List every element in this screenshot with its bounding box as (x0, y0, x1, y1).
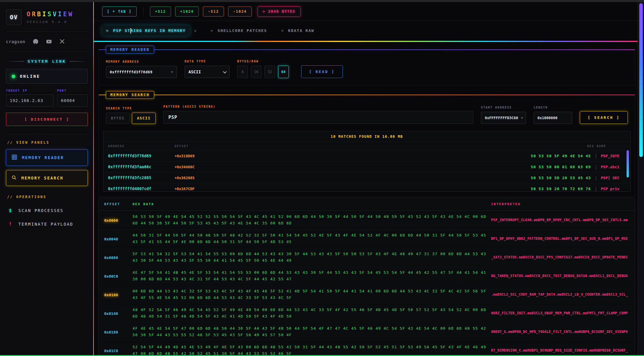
page-scrollbar-thumb[interactable] (639, 3, 643, 157)
app-version: VERSION 0.4.0 (27, 20, 74, 24)
search-type-ascii-button[interactable]: ASCII (132, 113, 156, 124)
sidebar-item-label: MEMORY READER (22, 155, 64, 160)
match-offset: +0x3A7CDF (175, 187, 213, 191)
hexdump-column-header: HEX DUMP (587, 145, 606, 148)
op-label: TERMINATE PAYLOAD (18, 222, 73, 226)
results-summary: 10 MATCHES FOUND IN 16.00 MB (103, 131, 630, 142)
tab-shellcore-patches[interactable]: > SHELLCORE PATCHES (211, 28, 267, 33)
divider (6, 32, 88, 32)
interpreted-text: .mmDSCL2_SCL_COEF_RAM_TAP_DATA.mmDSCL2_L… (491, 292, 630, 297)
hex-bytes-line: 50 53 50 5F 49 4E 54 45 52 52 55 50 54 5… (133, 213, 491, 220)
match-hex: 50 53 50 00 61 68 63 69 (531, 165, 591, 169)
github-icon[interactable] (33, 38, 39, 45)
sidebar-item-label: MEMORY SEARCH (21, 176, 63, 180)
row-offset: 0x0000 (104, 218, 118, 223)
tab-bar: > PSP STRING REFS IN MEMORY × > SHELLCOR… (94, 21, 637, 39)
bytes-2048-button[interactable]: > 2048 BYTES (258, 7, 301, 17)
length-input[interactable]: 0x1000000 (534, 112, 572, 124)
bytes-8-button[interactable]: 8 (237, 66, 248, 78)
match-offset: +0x362085 (175, 176, 213, 180)
data-type-select[interactable]: ASCII (185, 66, 230, 78)
scan-processes-button[interactable]: $ SCAN PROCESSES (6, 204, 88, 217)
interpreted-text: HORZ_FILTER_INIT.mmDSCL3_OBUF_MEM_PWR_CT… (491, 311, 630, 315)
memory-address-label: MEMORY ADDRESS (106, 60, 177, 63)
hex-bytes-line: 50 30 5F 44 43 53 55 52 46 5F 53 45 43 5… (133, 332, 491, 338)
match-row[interactable]: 0xffffffffd3faa66c +0x34A66C 50 53 50 00… (103, 161, 630, 172)
add-tab-button[interactable]: [ + TAB ] (102, 7, 137, 17)
match-row[interactable]: 0xffffffffd3f78d69 +0x318D69 50 53 50 5F… (103, 150, 630, 161)
view-panels-header: // VIEW PANELS (7, 140, 88, 145)
bytes-64-button[interactable]: 64 (278, 66, 289, 78)
dropdown-arrow-icon[interactable]: ▼ (521, 116, 523, 119)
dropdown-arrow-icon[interactable]: ▼ (171, 70, 173, 74)
hexdata-column-header: HEX DATA (133, 202, 491, 206)
hex-bytes-line: 30 00 6D 6D 44 53 43 4C 31 5F 44 53 43 4… (133, 276, 491, 282)
hex-bytes-line: 52 54 5F 44 49 4D 45 4E 53 49 4F 4E 5F 4… (133, 344, 491, 350)
hex-bytes-line: 6D 44 50 30 5F 44 50 5F 53 45 43 5F 43 4… (133, 220, 491, 226)
divider (6, 51, 88, 51)
data-type-label: DATA TYPE (185, 60, 230, 63)
port-field[interactable]: 60004 (57, 94, 88, 107)
match-ascii: PSP.ahci (601, 165, 626, 169)
plus-512-button[interactable]: +512 (150, 7, 171, 17)
start-address-input[interactable]: 0xFFFFFFFFD3C60 ▼ (481, 112, 526, 124)
online-status-dot (12, 75, 15, 78)
hex-viewer-column-headers: OFFSET HEX DATA INTERPRETED (99, 198, 635, 211)
hex-viewer: OFFSET HEX DATA INTERPRETED 0x0000 50 53… (99, 198, 635, 356)
status-label: ONLINE (20, 74, 40, 79)
sidebar-item-memory-search[interactable]: MEMORY SEARCH (6, 170, 88, 186)
interpreted-text: RT_DIMENSION_C.mmHUBP1_DCHUBP_REQ_SIZE_C… (491, 348, 630, 353)
separator: | (594, 153, 597, 159)
read-button[interactable]: [ READ ] (301, 65, 343, 78)
search-type-bytes-button[interactable]: BYTES (106, 113, 130, 124)
tab-kdata-raw[interactable]: > KDATA RAW (281, 28, 314, 33)
bytes-32-button[interactable]: 32 (264, 66, 275, 78)
hex-bytes-line: 6D 46 4D 54 31 5F 46 4D 54 5F 43 4C 41 4… (133, 313, 491, 320)
tab-arrow-icon: > (211, 29, 213, 33)
page-scrollbar[interactable] (637, 2, 644, 356)
minus-512-button[interactable]: -512 (203, 7, 224, 17)
terminate-payload-button[interactable]: ! TERMINATE PAYLOAD (6, 217, 88, 231)
exclamation-icon: ! (8, 221, 13, 227)
chevron-down-icon (223, 69, 227, 73)
system-link-header: SYSTEM LINK (6, 59, 88, 64)
target-ip-field[interactable]: 192.168.2.63 (6, 94, 54, 107)
sidebar-item-memory-reader[interactable]: MEMORY READER (6, 149, 88, 166)
window-chrome-strip (0, 0, 644, 2)
panel-title: MEMORY READER (106, 46, 154, 54)
close-tab-icon[interactable]: × (194, 28, 196, 33)
bytes-16-button[interactable]: 16 (251, 66, 262, 78)
app-logo: OV (6, 9, 22, 25)
hex-bytes-line: 5F 53 41 54 32 5F 53 54 41 54 55 53 00 6… (133, 251, 491, 257)
row-offset: 0x0180 (104, 330, 118, 334)
sidebar: OV ORBISVIEW VERSION 0.4.0 cragson SYSTE… (0, 2, 94, 356)
content: MEMORY READER MEMORY ADDRESS 0xffffffffd… (94, 42, 637, 356)
main-area: [ + TAB ] +512 +1024 -512 -1024 > 2048 B… (94, 2, 644, 356)
interpreted-column-header: INTERPRETED (491, 202, 630, 206)
hex-row: 0x0100 00 6D 6D 44 53 43 4C 32 5F 53 43 … (99, 285, 635, 304)
match-ascii: PSP_INTE (601, 154, 626, 158)
tab-psp-string-refs[interactable]: > PSP STRING REFS IN MEMORY (102, 25, 190, 36)
memory-address-input[interactable]: 0xffffffffd3f78d69 ▼ (106, 66, 177, 78)
hex-bytes-line: 00 6D 6D 44 53 43 4C 32 5F 53 43 4C 5F 4… (133, 288, 491, 294)
search-type-label: SEARCH TYPE (106, 107, 156, 110)
pattern-input[interactable]: PSP (163, 111, 473, 124)
separator: | (594, 186, 597, 192)
results-scrollbar-thumb[interactable] (627, 150, 629, 177)
hex-bytes-line: 44 50 31 5F 44 50 5F 44 50 48 59 5F 48 4… (133, 232, 491, 239)
interpreted-text: DP1_DP_DPHY_HBR2_PATTERN_CONTROL.mmDP1_D… (491, 237, 630, 241)
plus-1024-button[interactable]: +1024 (175, 7, 199, 17)
memory-search-panel: MEMORY SEARCH SEARCH TYPE BYTES ASCII PA… (99, 94, 635, 197)
match-row[interactable]: 0xffffffffd3fc2085 +0x362085 50 53 50 5D… (103, 172, 630, 183)
disconnect-button[interactable]: [ DISCONNECT ] (6, 113, 88, 126)
toolbar: [ + TAB ] +512 +1024 -512 -1024 > 2048 B… (94, 2, 637, 21)
search-button[interactable]: [ SEARCH ] (580, 111, 628, 124)
pattern-label: PATTERN (ASCII STRING) (163, 105, 473, 108)
match-row[interactable]: 0xffffffffd4007cdf +0x3A7CDF 50 53 50 20… (103, 183, 630, 192)
youtube-icon[interactable] (46, 38, 52, 45)
minus-1024-button[interactable]: -1024 (228, 7, 252, 17)
x-icon[interactable] (59, 38, 65, 45)
row-offset: 0x0040 (104, 237, 118, 241)
op-label: SCAN PROCESSES (18, 208, 64, 213)
match-hex: 50 53 50 20 70 72 69 76 (531, 187, 591, 191)
